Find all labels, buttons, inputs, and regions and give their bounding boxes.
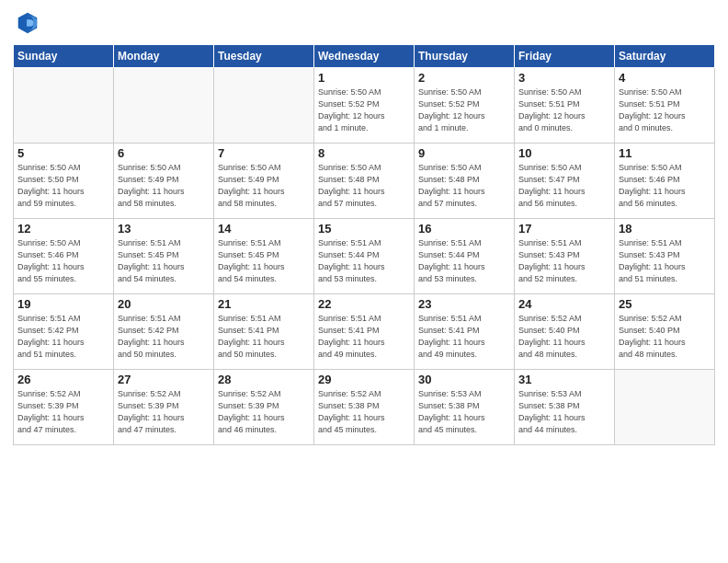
day-info: Sunrise: 5:51 AM Sunset: 5:42 PM Dayligh… <box>118 313 210 361</box>
day-info: Sunrise: 5:51 AM Sunset: 5:45 PM Dayligh… <box>218 237 310 285</box>
day-number: 26 <box>17 373 109 386</box>
day-number: 28 <box>218 373 310 386</box>
day-info: Sunrise: 5:52 AM Sunset: 5:39 PM Dayligh… <box>218 388 310 436</box>
calendar-week-row: 12Sunrise: 5:50 AM Sunset: 5:46 PM Dayli… <box>14 219 715 294</box>
day-info: Sunrise: 5:50 AM Sunset: 5:48 PM Dayligh… <box>418 162 510 210</box>
day-number: 22 <box>318 297 410 311</box>
calendar-table: SundayMondayTuesdayWednesdayThursdayFrid… <box>13 44 715 445</box>
weekday-header: Tuesday <box>214 45 314 68</box>
day-number: 19 <box>17 297 109 311</box>
day-number: 3 <box>518 71 610 85</box>
calendar-cell: 13Sunrise: 5:51 AM Sunset: 5:45 PM Dayli… <box>114 219 214 294</box>
weekday-header: Friday <box>515 45 615 68</box>
calendar-cell: 9Sunrise: 5:50 AM Sunset: 5:48 PM Daylig… <box>415 144 515 219</box>
calendar-cell: 18Sunrise: 5:51 AM Sunset: 5:43 PM Dayli… <box>615 219 715 294</box>
calendar-cell: 24Sunrise: 5:52 AM Sunset: 5:40 PM Dayli… <box>515 294 615 370</box>
day-info: Sunrise: 5:50 AM Sunset: 5:48 PM Dayligh… <box>318 162 410 210</box>
calendar-cell: 20Sunrise: 5:51 AM Sunset: 5:42 PM Dayli… <box>114 294 214 370</box>
calendar-cell: 10Sunrise: 5:50 AM Sunset: 5:47 PM Dayli… <box>515 144 615 219</box>
calendar-cell: 11Sunrise: 5:50 AM Sunset: 5:46 PM Dayli… <box>615 144 715 219</box>
day-number: 18 <box>619 222 711 236</box>
day-info: Sunrise: 5:50 AM Sunset: 5:49 PM Dayligh… <box>218 162 310 210</box>
day-number: 31 <box>518 373 610 386</box>
day-number: 16 <box>418 222 510 236</box>
day-number: 25 <box>619 297 711 311</box>
day-info: Sunrise: 5:51 AM Sunset: 5:42 PM Dayligh… <box>17 313 109 361</box>
logo <box>13 9 40 39</box>
day-info: Sunrise: 5:51 AM Sunset: 5:43 PM Dayligh… <box>518 237 610 285</box>
calendar-cell: 8Sunrise: 5:50 AM Sunset: 5:48 PM Daylig… <box>314 144 415 219</box>
day-number: 12 <box>17 222 109 236</box>
day-number: 23 <box>418 297 510 311</box>
calendar-cell: 14Sunrise: 5:51 AM Sunset: 5:45 PM Dayli… <box>214 219 314 294</box>
day-number: 2 <box>418 71 510 85</box>
day-number: 17 <box>518 222 610 236</box>
day-number: 6 <box>118 146 210 160</box>
day-number: 13 <box>118 222 210 236</box>
day-number: 27 <box>118 373 210 386</box>
logo-icon <box>15 9 40 35</box>
day-number: 20 <box>118 297 210 311</box>
calendar-cell: 15Sunrise: 5:51 AM Sunset: 5:44 PM Dayli… <box>314 219 415 294</box>
calendar-cell: 30Sunrise: 5:53 AM Sunset: 5:38 PM Dayli… <box>415 370 515 445</box>
calendar-cell: 17Sunrise: 5:51 AM Sunset: 5:43 PM Dayli… <box>515 219 615 294</box>
calendar-week-row: 5Sunrise: 5:50 AM Sunset: 5:50 PM Daylig… <box>14 144 715 219</box>
calendar-cell: 28Sunrise: 5:52 AM Sunset: 5:39 PM Dayli… <box>214 370 314 445</box>
calendar-cell: 29Sunrise: 5:52 AM Sunset: 5:38 PM Dayli… <box>314 370 415 445</box>
day-info: Sunrise: 5:51 AM Sunset: 5:43 PM Dayligh… <box>619 237 711 285</box>
weekday-header: Saturday <box>615 45 715 68</box>
day-info: Sunrise: 5:50 AM Sunset: 5:50 PM Dayligh… <box>17 162 109 210</box>
weekday-header: Sunday <box>14 45 114 68</box>
day-info: Sunrise: 5:51 AM Sunset: 5:44 PM Dayligh… <box>418 237 510 285</box>
day-number: 30 <box>418 373 510 386</box>
calendar-cell: 22Sunrise: 5:51 AM Sunset: 5:41 PM Dayli… <box>314 294 415 370</box>
calendar-week-row: 1Sunrise: 5:50 AM Sunset: 5:52 PM Daylig… <box>14 68 715 144</box>
day-number: 15 <box>318 222 410 236</box>
day-info: Sunrise: 5:52 AM Sunset: 5:39 PM Dayligh… <box>118 388 210 436</box>
day-info: Sunrise: 5:51 AM Sunset: 5:41 PM Dayligh… <box>418 313 510 361</box>
day-number: 4 <box>619 71 711 85</box>
calendar-cell <box>114 68 214 144</box>
day-number: 24 <box>518 297 610 311</box>
day-number: 8 <box>318 146 410 160</box>
day-info: Sunrise: 5:52 AM Sunset: 5:38 PM Dayligh… <box>318 388 410 436</box>
calendar-cell <box>615 370 715 445</box>
day-info: Sunrise: 5:51 AM Sunset: 5:41 PM Dayligh… <box>218 313 310 361</box>
calendar-cell: 4Sunrise: 5:50 AM Sunset: 5:51 PM Daylig… <box>615 68 715 144</box>
day-info: Sunrise: 5:50 AM Sunset: 5:52 PM Dayligh… <box>418 86 510 134</box>
calendar-cell: 12Sunrise: 5:50 AM Sunset: 5:46 PM Dayli… <box>14 219 114 294</box>
calendar-cell: 3Sunrise: 5:50 AM Sunset: 5:51 PM Daylig… <box>515 68 615 144</box>
calendar-cell: 25Sunrise: 5:52 AM Sunset: 5:40 PM Dayli… <box>615 294 715 370</box>
day-info: Sunrise: 5:50 AM Sunset: 5:49 PM Dayligh… <box>118 162 210 210</box>
day-info: Sunrise: 5:53 AM Sunset: 5:38 PM Dayligh… <box>518 388 610 436</box>
day-info: Sunrise: 5:52 AM Sunset: 5:40 PM Dayligh… <box>619 313 711 361</box>
day-info: Sunrise: 5:50 AM Sunset: 5:46 PM Dayligh… <box>17 237 109 285</box>
calendar-cell: 23Sunrise: 5:51 AM Sunset: 5:41 PM Dayli… <box>415 294 515 370</box>
day-number: 14 <box>218 222 310 236</box>
calendar-cell: 21Sunrise: 5:51 AM Sunset: 5:41 PM Dayli… <box>214 294 314 370</box>
day-info: Sunrise: 5:51 AM Sunset: 5:45 PM Dayligh… <box>118 237 210 285</box>
weekday-header: Thursday <box>415 45 515 68</box>
calendar-header-row: SundayMondayTuesdayWednesdayThursdayFrid… <box>14 45 715 68</box>
calendar-cell: 1Sunrise: 5:50 AM Sunset: 5:52 PM Daylig… <box>314 68 415 144</box>
weekday-header: Monday <box>114 45 214 68</box>
calendar-cell: 19Sunrise: 5:51 AM Sunset: 5:42 PM Dayli… <box>14 294 114 370</box>
day-info: Sunrise: 5:51 AM Sunset: 5:41 PM Dayligh… <box>318 313 410 361</box>
day-number: 21 <box>218 297 310 311</box>
day-info: Sunrise: 5:50 AM Sunset: 5:51 PM Dayligh… <box>619 86 711 134</box>
day-info: Sunrise: 5:50 AM Sunset: 5:52 PM Dayligh… <box>318 86 410 134</box>
calendar-cell: 27Sunrise: 5:52 AM Sunset: 5:39 PM Dayli… <box>114 370 214 445</box>
day-number: 9 <box>418 146 510 160</box>
day-info: Sunrise: 5:52 AM Sunset: 5:39 PM Dayligh… <box>17 388 109 436</box>
day-number: 7 <box>218 146 310 160</box>
day-info: Sunrise: 5:51 AM Sunset: 5:44 PM Dayligh… <box>318 237 410 285</box>
calendar-cell <box>14 68 114 144</box>
calendar-cell: 2Sunrise: 5:50 AM Sunset: 5:52 PM Daylig… <box>415 68 515 144</box>
calendar-cell: 5Sunrise: 5:50 AM Sunset: 5:50 PM Daylig… <box>14 144 114 219</box>
day-info: Sunrise: 5:50 AM Sunset: 5:47 PM Dayligh… <box>518 162 610 210</box>
day-info: Sunrise: 5:50 AM Sunset: 5:51 PM Dayligh… <box>518 86 610 134</box>
calendar-cell: 31Sunrise: 5:53 AM Sunset: 5:38 PM Dayli… <box>515 370 615 445</box>
calendar-cell: 16Sunrise: 5:51 AM Sunset: 5:44 PM Dayli… <box>415 219 515 294</box>
day-info: Sunrise: 5:53 AM Sunset: 5:38 PM Dayligh… <box>418 388 510 436</box>
day-number: 29 <box>318 373 410 386</box>
